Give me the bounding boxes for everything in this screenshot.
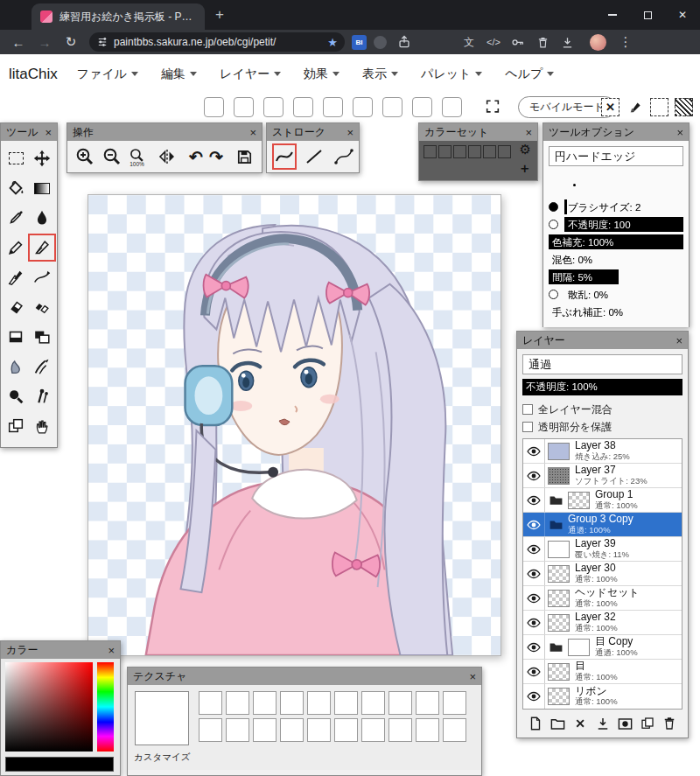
- layer-visibility-eye-icon[interactable]: [523, 439, 545, 463]
- color-swatch[interactable]: [498, 145, 511, 158]
- quick-letter-button[interactable]: [293, 97, 313, 117]
- delete-layer-trash-button[interactable]: [661, 715, 678, 732]
- quick-letter-button[interactable]: [382, 97, 402, 117]
- browser-menu-icon[interactable]: ⋮: [615, 34, 636, 50]
- close-icon[interactable]: ×: [525, 127, 532, 138]
- layer-visibility-eye-icon[interactable]: [523, 513, 545, 536]
- quick-letter-button[interactable]: [204, 97, 224, 117]
- code-icon[interactable]: </>: [483, 37, 504, 47]
- layer-row[interactable]: 目 Copy 通過: 100%: [523, 635, 682, 660]
- browser-tab[interactable]: 練習用お絵かき掲示板 - Petit No: [32, 3, 205, 30]
- save-button[interactable]: [234, 145, 255, 168]
- spacing-slider[interactable]: 間隔: 5%: [549, 269, 683, 284]
- texture-swatch[interactable]: [253, 718, 276, 742]
- menu-item[interactable]: ヘルプ: [505, 66, 554, 82]
- quick-letter-button[interactable]: [412, 97, 432, 117]
- drawing-canvas[interactable]: [88, 194, 501, 656]
- texture-swatch[interactable]: [388, 718, 412, 742]
- layer-row[interactable]: リボン 通常: 100%: [523, 684, 682, 709]
- rect-select-tool[interactable]: [4, 146, 28, 171]
- extension-circle-icon[interactable]: [374, 36, 387, 49]
- menu-item[interactable]: レイヤー: [220, 66, 281, 82]
- close-window-button[interactable]: ✕: [665, 0, 700, 30]
- layer-row[interactable]: Group 1 通常: 100%: [523, 488, 682, 513]
- zoom-in-button[interactable]: [74, 145, 95, 168]
- pen-tool[interactable]: [30, 235, 54, 260]
- back-button[interactable]: ←: [7, 35, 30, 50]
- move-tool[interactable]: [30, 146, 54, 171]
- layer-row[interactable]: Group 3 Copy 通過: 100%: [523, 513, 682, 537]
- stroke-bezier-mode[interactable]: [333, 145, 354, 168]
- fill-bucket-tool[interactable]: [4, 176, 28, 200]
- address-bar[interactable]: paintbbs.sakura.ne.jp/oeb/cgi/petit/ ★: [89, 32, 345, 52]
- layer-visibility-eye-icon[interactable]: [523, 562, 545, 585]
- delete-selection-button[interactable]: ✕: [571, 715, 589, 732]
- quick-letter-button[interactable]: [353, 97, 373, 117]
- new-tab-button[interactable]: +: [215, 6, 224, 24]
- close-icon[interactable]: ×: [45, 127, 52, 138]
- color-swatch[interactable]: [483, 145, 496, 158]
- select-pen-icon[interactable]: [626, 98, 644, 116]
- hue-slider[interactable]: [97, 662, 114, 752]
- curve-pen-tool[interactable]: [30, 265, 54, 290]
- protect-alpha-checkbox[interactable]: [522, 422, 533, 432]
- stabilizer-slider[interactable]: 手ぶれ補正: 0%: [549, 304, 683, 319]
- texture-swatch[interactable]: [280, 718, 304, 742]
- texture-swatch[interactable]: [334, 718, 358, 742]
- key-icon[interactable]: [508, 35, 528, 49]
- quick-letter-button[interactable]: [442, 97, 462, 117]
- layer-row[interactable]: Layer 32 通常: 100%: [523, 611, 682, 635]
- opacity-slider[interactable]: 不透明度: 100: [564, 217, 683, 232]
- scatter-slider[interactable]: 散乱: 0%: [564, 287, 683, 302]
- fullscreen-button[interactable]: [480, 96, 506, 118]
- layer-visibility-eye-icon[interactable]: [523, 537, 545, 561]
- quick-letter-button[interactable]: [263, 97, 284, 117]
- texture-swatch[interactable]: [416, 691, 439, 715]
- pencil-tool[interactable]: [4, 235, 28, 260]
- profile-avatar[interactable]: [590, 34, 606, 51]
- water-drop-tool[interactable]: [30, 206, 54, 230]
- texture-swatch[interactable]: [361, 691, 385, 715]
- download-icon[interactable]: [556, 36, 578, 49]
- menu-item[interactable]: 表示: [362, 66, 398, 82]
- undo-button[interactable]: ↶: [189, 149, 203, 165]
- dodge-tool[interactable]: [4, 384, 28, 409]
- layer-blend-mode-select[interactable]: 通過: [522, 354, 682, 374]
- texture-swatch[interactable]: [361, 718, 385, 742]
- burn-match-tool[interactable]: [30, 384, 54, 409]
- site-settings-icon[interactable]: [96, 36, 108, 48]
- brush-pair-tool[interactable]: [30, 354, 54, 379]
- texture-swatch[interactable]: [280, 691, 304, 715]
- bookmark-star-icon[interactable]: ★: [327, 36, 338, 49]
- layer-row[interactable]: Layer 30 通常: 100%: [523, 562, 682, 586]
- forward-button[interactable]: →: [33, 35, 56, 50]
- texture-swatch[interactable]: [226, 691, 249, 715]
- eraser-block-tool[interactable]: [4, 325, 28, 349]
- menu-item[interactable]: パレット: [421, 66, 482, 82]
- layer-visibility-eye-icon[interactable]: [523, 635, 545, 659]
- stroke-curve-mode[interactable]: [274, 145, 295, 168]
- close-icon[interactable]: ×: [249, 127, 256, 138]
- color-swatch[interactable]: [438, 145, 452, 158]
- texture-swatch[interactable]: [199, 691, 222, 715]
- select-hatch-icon[interactable]: [675, 98, 693, 116]
- new-layer-button[interactable]: [527, 715, 544, 732]
- merge-down-button[interactable]: [594, 715, 612, 732]
- stroke-line-mode[interactable]: [304, 145, 325, 168]
- layer-row[interactable]: Layer 37 ソフトライト: 23%: [523, 464, 682, 488]
- close-icon[interactable]: ×: [676, 127, 683, 138]
- select-rectangle-icon[interactable]: [650, 98, 668, 116]
- close-icon[interactable]: ×: [346, 127, 354, 138]
- scatter-radio[interactable]: [549, 290, 558, 299]
- texture-swatch[interactable]: [388, 691, 412, 715]
- color-swatch[interactable]: [468, 145, 481, 158]
- layer-visibility-eye-icon[interactable]: [523, 684, 545, 709]
- layer-row[interactable]: Layer 39 覆い焼き: 11%: [523, 537, 682, 562]
- texture-swatch[interactable]: [226, 718, 249, 742]
- color-recharge-slider[interactable]: 色補充: 100%: [549, 234, 683, 249]
- eraser-double-tool[interactable]: [30, 295, 54, 319]
- layer-visibility-eye-icon[interactable]: [523, 611, 545, 634]
- trash-icon[interactable]: [532, 36, 553, 49]
- close-icon[interactable]: ×: [469, 671, 476, 682]
- deselect-icon[interactable]: ✕: [601, 98, 620, 116]
